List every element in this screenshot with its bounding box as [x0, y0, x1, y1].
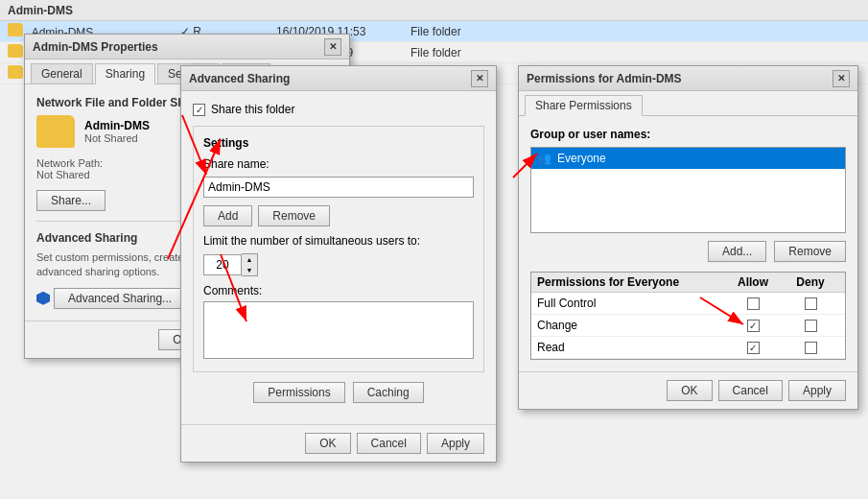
- share-folder-row: Share this folder: [193, 103, 484, 116]
- shield-icon: [36, 292, 50, 305]
- adv-action-buttons: Permissions Caching: [193, 382, 484, 403]
- user-limit-input[interactable]: [203, 254, 242, 275]
- add-share-button[interactable]: Add: [203, 205, 252, 226]
- advanced-cancel-button[interactable]: Cancel: [357, 433, 421, 454]
- spinner-down-button[interactable]: ▼: [242, 265, 257, 275]
- permissions-footer: OK Cancel Apply: [519, 371, 857, 409]
- permissions-content: Group or user names: 👥 Everyone Add... R…: [519, 116, 857, 371]
- remove-user-button[interactable]: Remove: [774, 241, 846, 262]
- permissions-dialog: Permissions for Admin-DMS ✕ Share Permis…: [518, 65, 858, 410]
- explorer-title: Admin-DMS: [8, 4, 73, 17]
- adv-close-button[interactable]: ✕: [471, 70, 488, 87]
- tab-share-permissions[interactable]: Share Permissions: [525, 95, 643, 116]
- perm-titlebar-controls: ✕: [833, 70, 850, 87]
- titlebar-controls: ✕: [324, 38, 341, 56]
- full-control-allow-checkbox[interactable]: [747, 297, 760, 310]
- advanced-sharing-dialog: Advanced Sharing ✕ Share this folder Set…: [180, 65, 497, 463]
- permissions-titlebar: Permissions for Admin-DMS ✕: [519, 66, 857, 91]
- file-type: File folder: [411, 46, 506, 59]
- spinner-arrows: ▲ ▼: [242, 253, 258, 276]
- share-folder-checkbox[interactable]: [193, 104, 205, 116]
- perm-action-buttons: Add... Remove: [530, 241, 846, 262]
- comments-label: Comments:: [203, 284, 474, 297]
- folder-icon: [8, 44, 23, 58]
- perm-row-full-control: Full Control: [531, 293, 845, 315]
- remove-share-button[interactable]: Remove: [258, 205, 330, 226]
- list-item[interactable]: 👥 Everyone: [531, 148, 845, 169]
- perm-name-read: Read: [537, 341, 724, 354]
- adv-titlebar-controls: ✕: [471, 70, 488, 87]
- settings-box: Settings Share name: Add Remove Limit th…: [193, 126, 484, 372]
- perm-cancel-button[interactable]: Cancel: [718, 380, 783, 401]
- folder-icon: [8, 23, 23, 36]
- settings-label: Settings: [203, 136, 474, 150]
- permissions-table: Permissions for Everyone Allow Deny Full…: [530, 272, 846, 360]
- perm-row-change: Change: [531, 315, 845, 337]
- advanced-ok-button[interactable]: OK: [305, 433, 350, 454]
- properties-title: Admin-DMS Properties: [33, 40, 158, 54]
- allow-col-header: Allow: [724, 275, 782, 289]
- advanced-sharing-button[interactable]: Advanced Sharing...: [54, 288, 186, 309]
- perm-tabs: Share Permissions: [519, 91, 857, 116]
- users-icon: 👥: [537, 152, 551, 165]
- comments-section: Comments:: [203, 284, 474, 362]
- big-folder-icon: [36, 115, 75, 148]
- advanced-content: Share this folder Settings Share name: A…: [181, 91, 496, 424]
- permissions-button[interactable]: Permissions: [253, 382, 344, 403]
- perm-name-change: Change: [537, 319, 724, 332]
- read-deny-checkbox[interactable]: [805, 342, 817, 354]
- perm-row-read: Read: [531, 337, 845, 359]
- close-button[interactable]: ✕: [324, 38, 341, 56]
- limit-users-row: Limit the number of simultaneous users t…: [203, 234, 474, 276]
- share-name-label: Share name:: [203, 157, 280, 171]
- tab-sharing[interactable]: Sharing: [95, 63, 155, 84]
- perm-close-button[interactable]: ✕: [833, 70, 850, 87]
- tab-general[interactable]: General: [31, 63, 93, 83]
- properties-titlebar: Admin-DMS Properties ✕: [25, 35, 349, 59]
- folder-info: Admin-DMS Not Shared: [84, 119, 150, 144]
- share-name-row: Share name:: [203, 157, 474, 171]
- spinner-up-button[interactable]: ▲: [242, 254, 257, 265]
- change-deny-checkbox[interactable]: [805, 320, 817, 332]
- user-list: 👥 Everyone: [530, 147, 846, 233]
- advanced-title: Advanced Sharing: [189, 72, 290, 85]
- perm-col-label: Permissions for Everyone: [537, 275, 724, 289]
- user-limit-spinner: ▲ ▼: [203, 253, 258, 276]
- folder-name: Admin-DMS: [84, 119, 150, 132]
- share-folder-label: Share this folder: [211, 103, 294, 116]
- perm-apply-button[interactable]: Apply: [788, 380, 846, 401]
- perm-name-full-control: Full Control: [537, 297, 724, 310]
- folder-sharing-status: Not Shared: [84, 132, 150, 144]
- user-name: Everyone: [557, 152, 606, 165]
- deny-col-header: Deny: [782, 275, 839, 289]
- share-button[interactable]: Share...: [36, 190, 106, 211]
- perm-table-header: Permissions for Everyone Allow Deny: [531, 273, 845, 293]
- advanced-titlebar: Advanced Sharing ✕: [181, 66, 496, 91]
- advanced-footer: OK Cancel Apply: [181, 424, 496, 462]
- full-control-deny-checkbox[interactable]: [805, 297, 817, 310]
- change-allow-checkbox[interactable]: [747, 320, 760, 332]
- limit-users-label: Limit the number of simultaneous users t…: [203, 234, 420, 248]
- file-explorer-header: Admin-DMS: [0, 0, 868, 21]
- folder-icon: [8, 65, 23, 79]
- add-user-button[interactable]: Add...: [708, 241, 766, 262]
- advanced-apply-button[interactable]: Apply: [427, 433, 484, 454]
- perm-ok-button[interactable]: OK: [667, 380, 712, 401]
- permissions-title: Permissions for Admin-DMS: [527, 72, 682, 85]
- group-label: Group or user names:: [530, 128, 846, 141]
- read-allow-checkbox[interactable]: [747, 342, 760, 354]
- file-type: File folder: [411, 25, 506, 38]
- share-name-input[interactable]: [203, 177, 474, 198]
- caching-button[interactable]: Caching: [353, 382, 424, 403]
- comments-input[interactable]: [203, 301, 474, 359]
